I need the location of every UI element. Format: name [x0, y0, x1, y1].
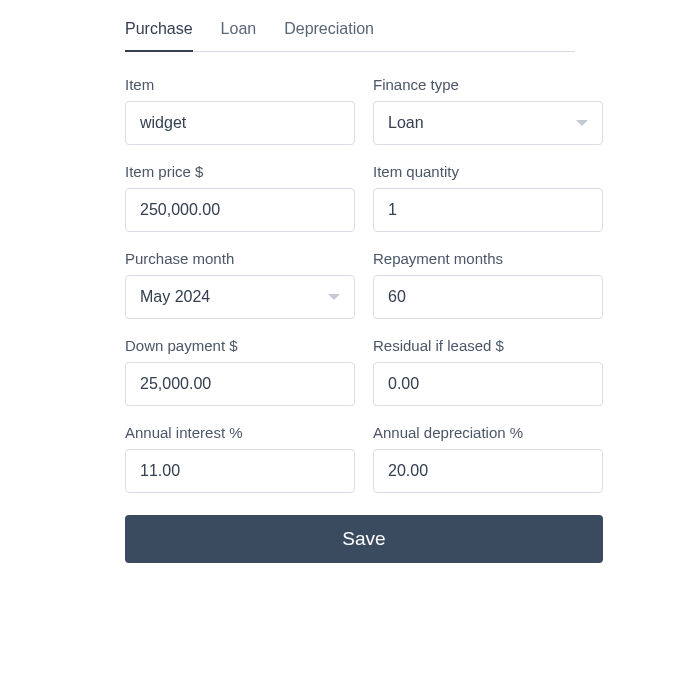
field-purchase-month: Purchase month May 2024 — [125, 250, 355, 319]
input-item[interactable] — [125, 101, 355, 145]
label-purchase-month: Purchase month — [125, 250, 355, 267]
input-annual-interest[interactable] — [125, 449, 355, 493]
tab-loan[interactable]: Loan — [221, 10, 257, 51]
input-item-quantity[interactable] — [373, 188, 603, 232]
label-annual-depreciation: Annual depreciation % — [373, 424, 603, 441]
input-residual[interactable] — [373, 362, 603, 406]
select-purchase-month-value: May 2024 — [140, 288, 210, 306]
label-down-payment: Down payment $ — [125, 337, 355, 354]
label-annual-interest: Annual interest % — [125, 424, 355, 441]
select-finance-type-value: Loan — [388, 114, 424, 132]
label-item-price: Item price $ — [125, 163, 355, 180]
field-item-quantity: Item quantity — [373, 163, 603, 232]
field-finance-type: Finance type Loan — [373, 76, 603, 145]
input-annual-depreciation[interactable] — [373, 449, 603, 493]
field-item: Item — [125, 76, 355, 145]
field-annual-interest: Annual interest % — [125, 424, 355, 493]
tab-bar: Purchase Loan Depreciation — [125, 10, 575, 52]
select-finance-type[interactable]: Loan — [373, 101, 603, 145]
field-repayment-months: Repayment months — [373, 250, 603, 319]
tab-purchase[interactable]: Purchase — [125, 10, 193, 52]
field-residual: Residual if leased $ — [373, 337, 603, 406]
select-purchase-month[interactable]: May 2024 — [125, 275, 355, 319]
save-button[interactable]: Save — [125, 515, 603, 563]
label-residual: Residual if leased $ — [373, 337, 603, 354]
label-finance-type: Finance type — [373, 76, 603, 93]
input-down-payment[interactable] — [125, 362, 355, 406]
purchase-form: Item Finance type Loan Item price $ Item… — [125, 76, 575, 563]
label-repayment-months: Repayment months — [373, 250, 603, 267]
field-annual-depreciation: Annual depreciation % — [373, 424, 603, 493]
input-item-price[interactable] — [125, 188, 355, 232]
field-down-payment: Down payment $ — [125, 337, 355, 406]
field-item-price: Item price $ — [125, 163, 355, 232]
input-repayment-months[interactable] — [373, 275, 603, 319]
label-item: Item — [125, 76, 355, 93]
tab-depreciation[interactable]: Depreciation — [284, 10, 374, 51]
label-item-quantity: Item quantity — [373, 163, 603, 180]
